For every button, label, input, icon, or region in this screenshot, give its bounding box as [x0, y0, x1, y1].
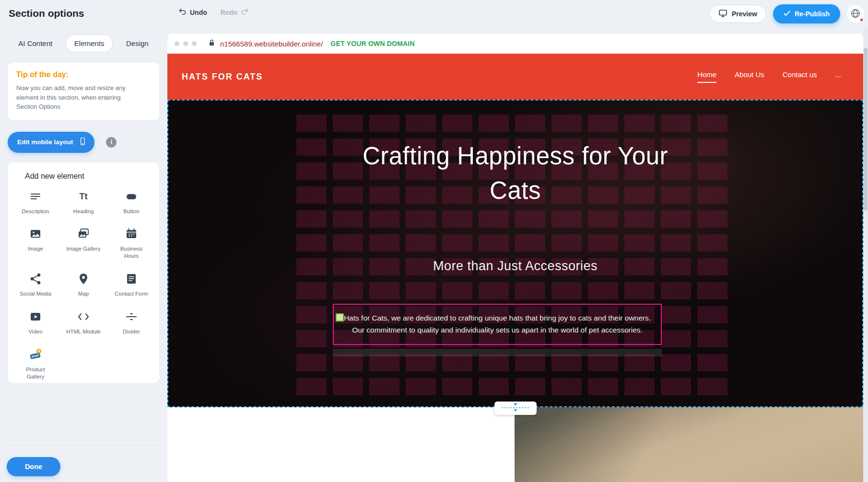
phone-icon — [79, 136, 87, 148]
nav-more-menu[interactable]: ... — [835, 70, 841, 83]
element-item-contact-form[interactable]: Contact Form — [107, 273, 155, 298]
element-item-video[interactable]: Video — [12, 310, 59, 335]
redo-label: Redo — [221, 9, 237, 16]
section-resize-handle[interactable] — [494, 402, 537, 415]
image-gallery-icon — [77, 228, 90, 242]
next-section — [167, 407, 863, 482]
heading-icon: Tt — [77, 190, 90, 205]
lock-icon — [208, 39, 215, 48]
window-dot — [175, 41, 179, 46]
monitor-icon — [718, 9, 727, 19]
element-item-product-gallery[interactable]: SHOP Product Gallery — [12, 348, 59, 380]
hero-subtitle[interactable]: More than Just Accessories — [167, 259, 863, 274]
notification-dot — [859, 18, 864, 22]
social-media-icon — [29, 273, 42, 287]
nav-contact-us[interactable]: Contact us — [783, 70, 817, 83]
undo-redo-group: Undo Redo — [178, 8, 249, 17]
add-new-element-card: Add new element Description Tt Heading — [8, 162, 159, 384]
info-icon[interactable]: i — [106, 137, 117, 148]
get-domain-link[interactable]: GET YOUR OWN DOMAIN — [330, 40, 414, 47]
browser-chrome-bar: n1566589.websitebuilder.online/ GET YOUR… — [167, 34, 863, 54]
element-grid: Description Tt Heading Button — [12, 190, 155, 381]
element-shadow-strip — [333, 349, 662, 356]
next-section-blank — [167, 407, 515, 482]
language-globe-button[interactable] — [847, 5, 864, 23]
element-item-divider[interactable]: Divider — [107, 310, 155, 335]
globe-icon — [850, 8, 861, 20]
page-title: Section options — [9, 8, 84, 19]
divider-icon — [125, 310, 138, 325]
button-icon — [125, 190, 138, 205]
nav-about-us[interactable]: About Us — [735, 70, 764, 83]
hero-paragraph[interactable]: Hats for Cats, we are dedicated to craft… — [334, 312, 661, 336]
selected-text-element[interactable]: Hats for Cats, we are dedicated to craft… — [333, 304, 662, 345]
scrollbar-thumb[interactable] — [864, 48, 868, 211]
element-item-button[interactable]: Button — [107, 190, 155, 215]
element-item-map[interactable]: Map — [59, 273, 107, 298]
resize-arrows-icon — [501, 403, 530, 414]
window-control-dots — [175, 41, 197, 46]
preview-button[interactable]: Preview — [709, 5, 766, 23]
business-hours-icon — [125, 228, 138, 242]
mobile-layout-row: Edit mobile layout i — [8, 132, 159, 153]
site-logo[interactable]: HATS FOR CATS — [182, 72, 263, 82]
hero-section[interactable]: Crafting Happiness for Your Cats More th… — [167, 100, 863, 407]
preview-label: Preview — [732, 10, 757, 18]
edit-mobile-label: Edit mobile layout — [17, 138, 73, 146]
site-header: HATS FOR CATS Home About Us Contact us .… — [167, 54, 863, 100]
svg-text:Tt: Tt — [80, 192, 88, 201]
editor-canvas: n1566589.websitebuilder.online/ GET YOUR… — [167, 28, 868, 482]
done-button[interactable]: Done — [7, 457, 60, 476]
check-icon — [784, 10, 790, 18]
add-new-element-title: Add new element — [25, 172, 155, 181]
element-item-image-gallery[interactable]: Image Gallery — [59, 228, 107, 260]
image-icon — [29, 228, 42, 242]
html-module-icon — [77, 310, 90, 325]
redo-icon — [241, 8, 249, 17]
tab-elements[interactable]: Elements — [66, 34, 113, 52]
product-gallery-icon: SHOP — [29, 348, 42, 363]
drag-resize-handle[interactable] — [336, 313, 344, 321]
sidebar-tabs: AI Content Elements Design — [8, 34, 159, 52]
element-item-heading[interactable]: Tt Heading — [59, 190, 107, 215]
edit-mobile-layout-button[interactable]: Edit mobile layout — [8, 132, 94, 153]
topbar-actions: Preview Re-Publish — [709, 4, 864, 23]
tab-ai-content[interactable]: AI Content — [10, 35, 60, 52]
sidebar-divider — [8, 445, 159, 446]
site-preview: HATS FOR CATS Home About Us Contact us .… — [167, 54, 863, 482]
tab-design[interactable]: Design — [118, 35, 157, 52]
element-item-html-module[interactable]: HTML Module — [59, 310, 107, 335]
site-url[interactable]: n1566589.websitebuilder.online/ — [220, 40, 323, 48]
redo-button[interactable]: Redo — [221, 8, 249, 17]
element-item-social-media[interactable]: Social Media — [12, 273, 59, 298]
tip-body: Now you can add, move and resize any ele… — [16, 83, 137, 112]
tip-title: Tip of the day: — [16, 70, 151, 79]
window-dot — [192, 41, 197, 46]
undo-button[interactable]: Undo — [178, 8, 207, 17]
element-item-business-hours[interactable]: Business Hours — [107, 228, 155, 260]
tip-of-the-day-card: Tip of the day: Now you can add, move an… — [8, 63, 159, 120]
undo-icon — [178, 8, 187, 17]
next-section-photo — [515, 407, 863, 482]
contact-form-icon — [125, 273, 138, 287]
hero-title[interactable]: Crafting Happiness for Your Cats — [350, 139, 681, 208]
section-options-sidebar: AI Content Elements Design Tip of the da… — [0, 28, 167, 482]
description-icon — [29, 190, 42, 205]
scrollbar-track[interactable] — [863, 28, 868, 482]
map-pin-icon — [77, 273, 90, 287]
app-topbar: Section options Undo Redo — [0, 0, 868, 28]
video-icon — [29, 310, 42, 325]
window-dot — [183, 41, 188, 46]
element-item-image[interactable]: Image — [12, 228, 59, 260]
republish-label: Re-Publish — [795, 10, 830, 18]
republish-button[interactable]: Re-Publish — [773, 4, 840, 23]
nav-home[interactable]: Home — [697, 70, 716, 83]
site-nav: Home About Us Contact us ... — [697, 70, 849, 83]
undo-label: Undo — [190, 9, 207, 16]
element-item-description[interactable]: Description — [12, 190, 59, 215]
